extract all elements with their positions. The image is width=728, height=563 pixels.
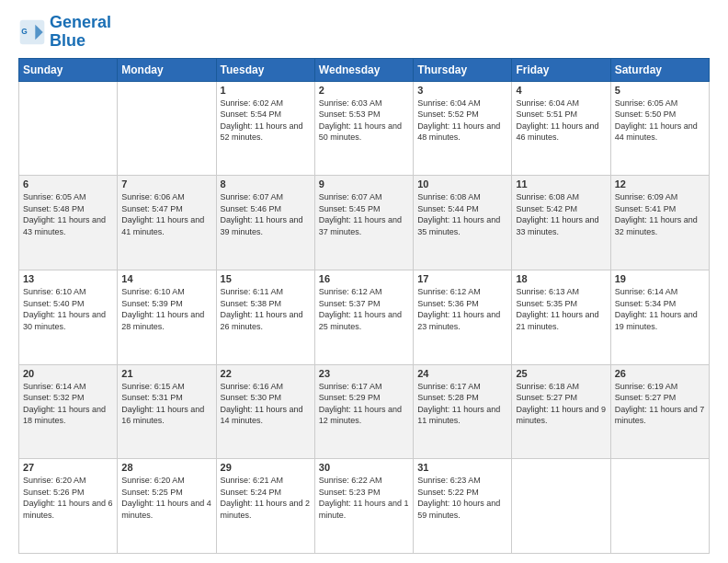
page: G General Blue SundayMondayTuesdayWednes… bbox=[0, 0, 728, 563]
day-info: Sunrise: 6:13 AM Sunset: 5:35 PM Dayligh… bbox=[516, 286, 606, 332]
day-number: 16 bbox=[319, 273, 409, 284]
day-info: Sunrise: 6:17 AM Sunset: 5:28 PM Dayligh… bbox=[417, 381, 507, 427]
day-info: Sunrise: 6:12 AM Sunset: 5:36 PM Dayligh… bbox=[417, 286, 507, 332]
week-row-3: 13Sunrise: 6:10 AM Sunset: 5:40 PM Dayli… bbox=[19, 270, 710, 364]
weekday-header-sunday: Sunday bbox=[19, 58, 118, 81]
day-cell: 11Sunrise: 6:08 AM Sunset: 5:42 PM Dayli… bbox=[512, 176, 610, 270]
day-cell: 24Sunrise: 6:17 AM Sunset: 5:28 PM Dayli… bbox=[414, 364, 512, 459]
day-cell: 13Sunrise: 6:10 AM Sunset: 5:40 PM Dayli… bbox=[19, 270, 118, 364]
day-cell: 29Sunrise: 6:21 AM Sunset: 5:24 PM Dayli… bbox=[216, 459, 314, 554]
day-cell: 14Sunrise: 6:10 AM Sunset: 5:39 PM Dayli… bbox=[118, 270, 216, 364]
day-number: 26 bbox=[615, 368, 705, 379]
day-number: 27 bbox=[23, 462, 113, 473]
day-cell: 10Sunrise: 6:08 AM Sunset: 5:44 PM Dayli… bbox=[414, 176, 512, 270]
day-cell: 7Sunrise: 6:06 AM Sunset: 5:47 PM Daylig… bbox=[118, 176, 216, 270]
day-info: Sunrise: 6:19 AM Sunset: 5:27 PM Dayligh… bbox=[615, 381, 705, 427]
day-number: 17 bbox=[417, 273, 507, 284]
day-cell: 16Sunrise: 6:12 AM Sunset: 5:37 PM Dayli… bbox=[314, 270, 413, 364]
day-info: Sunrise: 6:16 AM Sunset: 5:30 PM Dayligh… bbox=[221, 381, 311, 427]
week-row-2: 6Sunrise: 6:05 AM Sunset: 5:48 PM Daylig… bbox=[19, 176, 710, 270]
day-cell bbox=[19, 81, 118, 176]
day-cell: 9Sunrise: 6:07 AM Sunset: 5:45 PM Daylig… bbox=[314, 176, 413, 270]
day-number: 7 bbox=[121, 178, 211, 190]
day-info: Sunrise: 6:11 AM Sunset: 5:38 PM Dayligh… bbox=[221, 286, 311, 332]
week-row-5: 27Sunrise: 6:20 AM Sunset: 5:26 PM Dayli… bbox=[19, 459, 710, 554]
day-number: 1 bbox=[221, 85, 311, 96]
day-number: 22 bbox=[221, 368, 311, 379]
day-number: 12 bbox=[615, 178, 705, 190]
day-info: Sunrise: 6:09 AM Sunset: 5:41 PM Dayligh… bbox=[615, 191, 705, 237]
day-cell: 22Sunrise: 6:16 AM Sunset: 5:30 PM Dayli… bbox=[216, 364, 314, 459]
day-number: 31 bbox=[417, 462, 507, 473]
week-row-4: 20Sunrise: 6:14 AM Sunset: 5:32 PM Dayli… bbox=[19, 364, 710, 459]
logo-text: General Blue bbox=[50, 14, 111, 51]
day-number: 23 bbox=[319, 368, 409, 379]
day-number: 11 bbox=[516, 178, 606, 190]
day-number: 25 bbox=[516, 368, 606, 379]
weekday-header-row: SundayMondayTuesdayWednesdayThursdayFrid… bbox=[19, 58, 710, 81]
day-number: 28 bbox=[121, 462, 211, 473]
day-number: 3 bbox=[417, 85, 507, 96]
weekday-header-wednesday: Wednesday bbox=[314, 58, 413, 81]
day-cell bbox=[512, 459, 610, 554]
day-cell: 31Sunrise: 6:23 AM Sunset: 5:22 PM Dayli… bbox=[414, 459, 512, 554]
day-number: 2 bbox=[319, 85, 409, 96]
day-cell: 6Sunrise: 6:05 AM Sunset: 5:48 PM Daylig… bbox=[19, 176, 118, 270]
day-info: Sunrise: 6:14 AM Sunset: 5:32 PM Dayligh… bbox=[23, 381, 113, 427]
day-cell: 20Sunrise: 6:14 AM Sunset: 5:32 PM Dayli… bbox=[19, 364, 118, 459]
day-number: 13 bbox=[23, 273, 113, 284]
day-info: Sunrise: 6:04 AM Sunset: 5:51 PM Dayligh… bbox=[516, 98, 606, 144]
day-info: Sunrise: 6:08 AM Sunset: 5:44 PM Dayligh… bbox=[417, 191, 507, 237]
day-info: Sunrise: 6:02 AM Sunset: 5:54 PM Dayligh… bbox=[221, 98, 311, 144]
day-cell: 4Sunrise: 6:04 AM Sunset: 5:51 PM Daylig… bbox=[512, 81, 610, 176]
day-cell: 21Sunrise: 6:15 AM Sunset: 5:31 PM Dayli… bbox=[118, 364, 216, 459]
weekday-header-thursday: Thursday bbox=[414, 58, 512, 81]
day-info: Sunrise: 6:14 AM Sunset: 5:34 PM Dayligh… bbox=[615, 286, 705, 332]
day-info: Sunrise: 6:21 AM Sunset: 5:24 PM Dayligh… bbox=[221, 475, 311, 521]
day-info: Sunrise: 6:18 AM Sunset: 5:27 PM Dayligh… bbox=[516, 381, 606, 427]
svg-text:G: G bbox=[21, 26, 27, 35]
day-number: 15 bbox=[221, 273, 311, 284]
logo-blue: Blue bbox=[50, 31, 85, 50]
week-row-1: 1Sunrise: 6:02 AM Sunset: 5:54 PM Daylig… bbox=[19, 81, 710, 176]
day-number: 5 bbox=[615, 85, 705, 96]
weekday-header-saturday: Saturday bbox=[610, 58, 709, 81]
day-cell bbox=[118, 81, 216, 176]
day-cell: 15Sunrise: 6:11 AM Sunset: 5:38 PM Dayli… bbox=[216, 270, 314, 364]
day-cell: 1Sunrise: 6:02 AM Sunset: 5:54 PM Daylig… bbox=[216, 81, 314, 176]
day-info: Sunrise: 6:17 AM Sunset: 5:29 PM Dayligh… bbox=[319, 381, 409, 427]
logo: G General Blue bbox=[18, 14, 111, 51]
day-info: Sunrise: 6:22 AM Sunset: 5:23 PM Dayligh… bbox=[319, 475, 409, 521]
day-info: Sunrise: 6:20 AM Sunset: 5:25 PM Dayligh… bbox=[121, 475, 211, 521]
day-number: 21 bbox=[121, 368, 211, 379]
header: G General Blue bbox=[18, 14, 710, 51]
day-cell: 5Sunrise: 6:05 AM Sunset: 5:50 PM Daylig… bbox=[610, 81, 709, 176]
day-info: Sunrise: 6:07 AM Sunset: 5:46 PM Dayligh… bbox=[221, 191, 311, 237]
day-info: Sunrise: 6:10 AM Sunset: 5:40 PM Dayligh… bbox=[23, 286, 113, 332]
day-cell: 12Sunrise: 6:09 AM Sunset: 5:41 PM Dayli… bbox=[610, 176, 709, 270]
day-number: 18 bbox=[516, 273, 606, 284]
day-number: 6 bbox=[23, 178, 113, 190]
day-cell: 26Sunrise: 6:19 AM Sunset: 5:27 PM Dayli… bbox=[610, 364, 709, 459]
day-number: 24 bbox=[417, 368, 507, 379]
day-cell: 3Sunrise: 6:04 AM Sunset: 5:52 PM Daylig… bbox=[414, 81, 512, 176]
day-number: 19 bbox=[615, 273, 705, 284]
day-cell: 18Sunrise: 6:13 AM Sunset: 5:35 PM Dayli… bbox=[512, 270, 610, 364]
day-cell: 27Sunrise: 6:20 AM Sunset: 5:26 PM Dayli… bbox=[19, 459, 118, 554]
day-info: Sunrise: 6:10 AM Sunset: 5:39 PM Dayligh… bbox=[121, 286, 211, 332]
calendar-table: SundayMondayTuesdayWednesdayThursdayFrid… bbox=[18, 58, 710, 554]
day-cell: 25Sunrise: 6:18 AM Sunset: 5:27 PM Dayli… bbox=[512, 364, 610, 459]
day-cell: 28Sunrise: 6:20 AM Sunset: 5:25 PM Dayli… bbox=[118, 459, 216, 554]
logo-general: General bbox=[50, 13, 111, 31]
day-info: Sunrise: 6:12 AM Sunset: 5:37 PM Dayligh… bbox=[319, 286, 409, 332]
day-info: Sunrise: 6:04 AM Sunset: 5:52 PM Dayligh… bbox=[417, 98, 507, 144]
day-number: 10 bbox=[417, 178, 507, 190]
day-info: Sunrise: 6:07 AM Sunset: 5:45 PM Dayligh… bbox=[319, 191, 409, 237]
day-info: Sunrise: 6:06 AM Sunset: 5:47 PM Dayligh… bbox=[121, 191, 211, 237]
day-info: Sunrise: 6:05 AM Sunset: 5:50 PM Dayligh… bbox=[615, 98, 705, 144]
day-number: 29 bbox=[221, 462, 311, 473]
day-number: 9 bbox=[319, 178, 409, 190]
day-number: 8 bbox=[221, 178, 311, 190]
day-cell bbox=[610, 459, 709, 554]
day-number: 14 bbox=[121, 273, 211, 284]
